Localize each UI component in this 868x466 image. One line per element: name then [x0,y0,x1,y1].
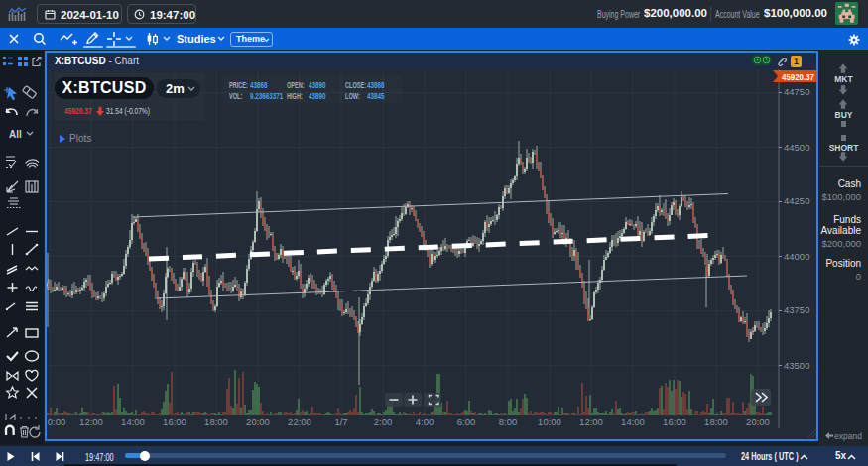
svg-text:44250: 44250 [784,195,809,206]
svg-text:2:00: 2:00 [374,416,393,427]
svg-text:45920.37: 45920.37 [782,71,814,82]
svg-text:12:00: 12:00 [579,416,603,427]
svg-text:20:00: 20:00 [246,416,270,427]
svg-text:22:00: 22:00 [288,416,311,427]
svg-text:14:00: 14:00 [621,416,645,427]
svg-text:43750: 43750 [784,304,809,315]
svg-text:4:00: 4:00 [416,416,434,427]
svg-text:18:00: 18:00 [204,416,228,427]
svg-text:1/7: 1/7 [334,416,347,427]
svg-text:6:00: 6:00 [457,416,476,427]
svg-text:14:00: 14:00 [121,416,145,427]
svg-text:16:00: 16:00 [163,416,186,427]
svg-text:10:00: 10:00 [538,416,561,427]
svg-text:0:00: 0:00 [48,416,66,427]
svg-text:43500: 43500 [784,360,809,371]
svg-text:44750: 44750 [784,86,809,97]
svg-text:12:00: 12:00 [79,416,103,427]
svg-text:8:00: 8:00 [499,416,518,427]
svg-text:16:00: 16:00 [663,416,686,427]
svg-text:20:00: 20:00 [746,416,770,427]
svg-text:18:00: 18:00 [704,416,728,427]
svg-text:44500: 44500 [784,142,809,153]
svg-text:44000: 44000 [784,251,809,262]
